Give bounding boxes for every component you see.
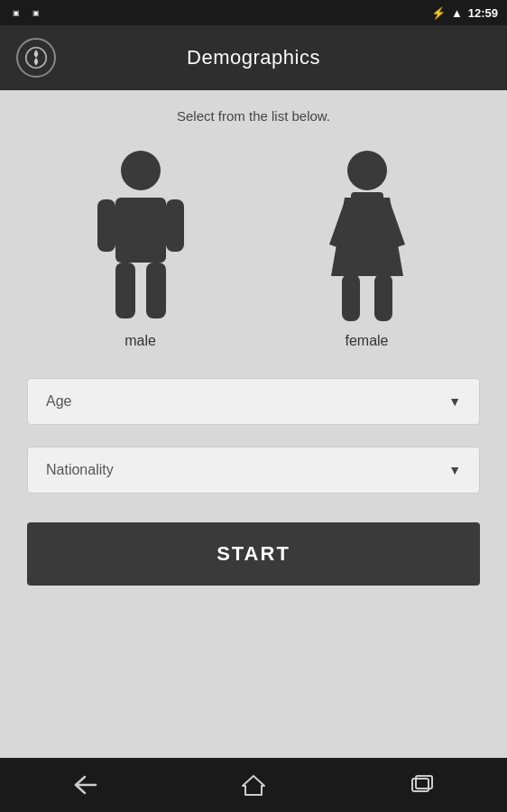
svg-rect-9 <box>351 192 383 208</box>
svg-rect-2 <box>115 198 166 263</box>
status-bar: ▣ ▣ ⚡ ▲ 12:59 <box>0 0 507 25</box>
male-label: male <box>124 333 156 349</box>
female-figure-icon <box>313 145 421 326</box>
nationality-dropdown[interactable]: Nationality ▼ <box>27 447 480 494</box>
age-dropdown[interactable]: Age ▼ <box>27 378 480 425</box>
nav-bar <box>0 758 507 812</box>
recent-apps-button[interactable] <box>400 767 445 803</box>
svg-rect-13 <box>374 274 392 321</box>
gender-option-female[interactable]: female <box>313 145 421 349</box>
svg-rect-4 <box>166 199 184 252</box>
time-display: 12:59 <box>468 6 498 20</box>
gender-selection: male female <box>27 145 480 349</box>
svg-rect-12 <box>342 274 360 321</box>
main-content: Select from the list below. male <box>0 90 507 758</box>
age-dropdown-label: Age <box>46 393 71 410</box>
notification-icon: ▣ <box>9 6 23 19</box>
status-right: ⚡ ▲ 12:59 <box>431 6 498 20</box>
svg-rect-5 <box>115 263 135 318</box>
female-label: female <box>345 333 388 349</box>
instruction-text: Select from the list below. <box>177 108 330 124</box>
nationality-dropdown-arrow-icon: ▼ <box>448 463 461 477</box>
svg-rect-6 <box>146 263 166 318</box>
svg-rect-3 <box>97 199 115 252</box>
gender-option-male[interactable]: male <box>87 145 195 349</box>
signal-icon: ▣ <box>29 6 43 19</box>
page-title: Demographics <box>56 46 451 69</box>
svg-point-7 <box>347 151 387 190</box>
home-button[interactable] <box>231 767 276 803</box>
svg-marker-15 <box>243 776 264 795</box>
age-dropdown-arrow-icon: ▼ <box>448 394 461 409</box>
male-figure-icon <box>87 145 195 326</box>
bluetooth-icon: ⚡ <box>431 6 446 20</box>
wifi-icon: ▲ <box>451 6 463 20</box>
app-logo <box>16 38 56 78</box>
back-button[interactable] <box>62 767 107 803</box>
status-left: ▣ ▣ <box>9 6 43 19</box>
app-header: Demographics <box>0 25 507 90</box>
svg-point-1 <box>121 151 161 190</box>
nationality-dropdown-label: Nationality <box>46 462 114 478</box>
start-button[interactable]: START <box>27 522 480 586</box>
